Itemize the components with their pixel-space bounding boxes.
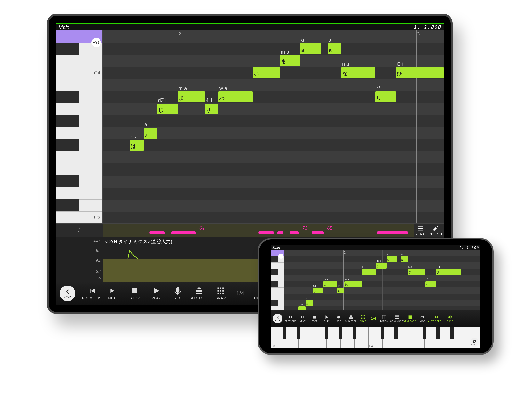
- note-lyric: a: [401, 258, 403, 262]
- note[interactable]: m aま: [280, 55, 300, 66]
- tone-button[interactable]: TONE: [444, 315, 456, 322]
- velocity-lane[interactable]: 64 71 65: [103, 224, 414, 237]
- note-lyric: じ: [158, 106, 164, 114]
- note-lyric: ま: [377, 264, 380, 268]
- rec-button[interactable]: REC: [333, 315, 345, 322]
- keyboard-button[interactable]: KEYBOARD: [404, 315, 416, 322]
- next-button[interactable]: NEXT: [297, 315, 309, 322]
- voice-header[interactable]: VY1: [56, 31, 102, 43]
- play-button[interactable]: PLAY: [321, 315, 333, 322]
- piano-keys[interactable]: [271, 256, 284, 312]
- note[interactable]: n aな: [342, 67, 375, 78]
- previous-button[interactable]: PREVIOUS: [81, 287, 103, 300]
- snap-button[interactable]: SNAP: [357, 315, 369, 322]
- subtool-button[interactable]: SUB TOOL: [189, 287, 210, 300]
- note[interactable]: C iひ: [396, 67, 444, 78]
- header-bar: Main 1. 1.000: [271, 245, 480, 250]
- note-grid[interactable]: 2 3 h aはaadZ iじm aま4' iりw aわiいm aまaaaan …: [103, 31, 444, 224]
- note[interactable]: C iひ: [436, 269, 461, 275]
- note-phoneme: h a: [131, 134, 138, 140]
- note[interactable]: dZ iじ: [157, 104, 178, 114]
- note-phoneme: a: [306, 297, 307, 300]
- snap-value[interactable]: 1/4: [231, 290, 249, 297]
- note[interactable]: iい: [253, 67, 280, 78]
- note[interactable]: 4' iり: [205, 104, 218, 114]
- close-button[interactable]: CLOSE: [470, 338, 479, 347]
- piano-roll-editor: ♪ 2 h aはaadZ iじm aま: [271, 250, 480, 312]
- svg-rect-12: [408, 315, 408, 319]
- note-lyric: な: [342, 70, 348, 77]
- onscreen-keyboard[interactable]: C3 C4: [271, 327, 480, 348]
- bar-label: 2: [344, 251, 346, 254]
- piano-column[interactable]: VY1 C4: [56, 31, 103, 224]
- note[interactable]: aa: [387, 256, 397, 262]
- note-phoneme: w a: [219, 85, 227, 91]
- header-bar: Main 1. 1.000: [56, 24, 444, 31]
- note-phoneme: i: [362, 265, 363, 268]
- cp-list-button[interactable]: CP LIST: [416, 225, 426, 235]
- note[interactable]: 4' iり: [375, 92, 396, 102]
- note-phoneme: dZ i: [158, 97, 166, 103]
- snap-value[interactable]: 1/4: [369, 317, 378, 321]
- svg-rect-3: [132, 288, 137, 293]
- transport-position: 1. 1.000: [413, 24, 441, 30]
- note-phoneme: h a: [299, 303, 303, 306]
- note[interactable]: m aま: [178, 92, 205, 102]
- note-lyric: ま: [324, 283, 327, 287]
- note[interactable]: aa: [305, 300, 312, 306]
- resize-handle-icon[interactable]: ⇳: [56, 224, 103, 237]
- back-button[interactable]: BACK: [60, 286, 75, 301]
- note[interactable]: iい: [362, 269, 376, 275]
- note[interactable]: w aわ: [218, 92, 253, 102]
- note[interactable]: n aな: [408, 269, 425, 275]
- svg-rect-16: [411, 315, 412, 319]
- note[interactable]: aa: [300, 43, 321, 54]
- pen-type-button[interactable]: PEN TYPE: [429, 225, 442, 235]
- snap-button[interactable]: SNAP: [210, 287, 231, 300]
- svg-rect-6: [349, 318, 353, 319]
- stop-button[interactable]: STOP: [124, 287, 146, 300]
- subtool-button[interactable]: SUB TOOL: [345, 315, 357, 322]
- stop-button[interactable]: STOP: [309, 315, 321, 322]
- next-button[interactable]: NEXT: [103, 287, 124, 300]
- svg-rect-1: [418, 228, 423, 229]
- play-button[interactable]: PLAY: [146, 287, 167, 300]
- velocity-value: 71: [302, 225, 307, 231]
- note-phoneme: C i: [437, 265, 440, 268]
- note-grid[interactable]: 2 h aはaadZ iじm aま4' iりw aわiいm aまaaaan aな…: [285, 250, 480, 312]
- voice-avatar-icon[interactable]: VY1: [91, 38, 101, 47]
- note[interactable]: dZ iじ: [313, 288, 323, 293]
- piano-column[interactable]: ♪: [271, 250, 285, 312]
- previous-button[interactable]: PREVIOUS: [285, 315, 297, 322]
- action-button[interactable]: ACTION: [378, 315, 390, 322]
- note-phoneme: C i: [397, 61, 403, 67]
- note-phoneme: 4' i: [338, 284, 341, 287]
- piano-keys[interactable]: C4 C3: [56, 43, 102, 224]
- autoscroll-button[interactable]: AUTO SCROLL: [428, 315, 444, 322]
- cp-window-button[interactable]: CP WINDOW: [390, 315, 404, 322]
- note-lyric: り: [206, 106, 211, 114]
- note[interactable]: h aは: [130, 140, 144, 151]
- note[interactable]: 4' iり: [425, 281, 436, 287]
- note-lyric: a: [144, 132, 147, 138]
- note[interactable]: 4' iり: [337, 288, 344, 293]
- note-phoneme: i: [253, 61, 255, 67]
- note[interactable]: aa: [144, 128, 157, 139]
- svg-rect-0: [418, 226, 423, 227]
- back-button[interactable]: BACK: [273, 314, 283, 323]
- loop-button[interactable]: LOOP: [416, 315, 428, 322]
- note-phoneme: dZ i: [313, 284, 318, 287]
- note[interactable]: w aわ: [344, 281, 362, 287]
- note-phoneme: 4' i: [376, 85, 382, 91]
- voice-avatar-icon[interactable]: ♪: [279, 254, 284, 259]
- note-phoneme: m a: [377, 259, 381, 262]
- note-lyric: a: [301, 47, 304, 53]
- note[interactable]: m aま: [323, 281, 337, 287]
- note[interactable]: m aま: [376, 263, 387, 268]
- rec-button[interactable]: REC: [167, 287, 189, 300]
- svg-point-5: [337, 316, 340, 318]
- voice-header[interactable]: ♪: [271, 250, 284, 256]
- note[interactable]: aa: [401, 256, 408, 262]
- note[interactable]: aa: [328, 43, 342, 54]
- phone-screen: Main 1. 1.000 ♪: [271, 244, 480, 348]
